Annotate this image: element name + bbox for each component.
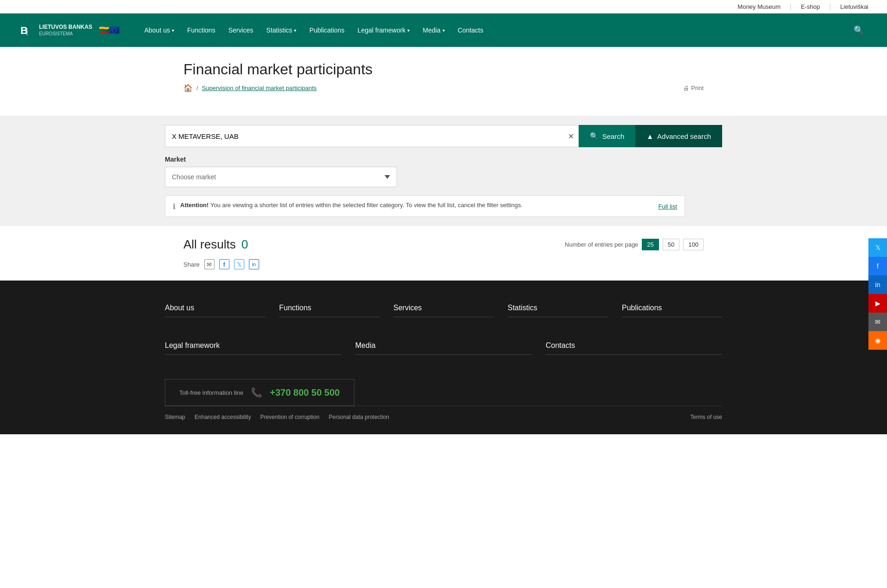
per-page-25[interactable]: 25 <box>642 239 659 250</box>
search-row: ✕ 🔍 Search ▲ Advanced search <box>165 125 722 147</box>
divider1: | <box>790 3 792 10</box>
page-title: Financial market participants <box>183 61 704 78</box>
search-button[interactable]: 🔍 Search <box>579 125 636 147</box>
logo-icon: B | <box>19 22 35 39</box>
results-title: All results 0 <box>183 237 248 252</box>
info-icon: ℹ <box>173 202 176 211</box>
footer-row2: Legal framework Media Contacts <box>165 341 722 360</box>
full-list-link[interactable]: Full list <box>659 203 677 210</box>
share-linkedin-icon[interactable]: in <box>249 259 259 269</box>
terms-link[interactable]: Terms of use <box>690 414 722 420</box>
nav-search-button[interactable]: 🔍 <box>849 13 868 47</box>
search-input-wrap: ✕ <box>165 125 579 147</box>
nav-links: About us ▾ Functions Services Statistics… <box>138 13 849 47</box>
nav-functions[interactable]: Functions <box>181 13 222 47</box>
top-bar: Money Museum | E-shop | Lietuviškai <box>0 0 887 13</box>
sidebar-facebook-button[interactable]: f <box>868 257 887 275</box>
money-museum-link[interactable]: Money Museum <box>737 3 780 10</box>
advanced-search-button[interactable]: ▲ Advanced search <box>635 125 722 147</box>
media-arrow: ▾ <box>443 28 445 33</box>
search-section: ✕ 🔍 Search ▲ Advanced search Market Choo… <box>0 116 887 226</box>
nav-contacts[interactable]: Contacts <box>451 13 490 47</box>
flag-icons: 🇱🇹🇪🇺 <box>99 25 119 35</box>
attention-text: Attention! You are viewing a shorter lis… <box>180 202 522 209</box>
results-section: All results 0 Number of entries per page… <box>165 226 722 281</box>
nav-services[interactable]: Services <box>222 13 260 47</box>
home-icon[interactable]: 🏠 <box>183 84 193 92</box>
search-section-inner: ✕ 🔍 Search ▲ Advanced search Market Choo… <box>165 125 722 217</box>
sidebar-social: 𝕏 f in ▶ ✉ ◉ <box>868 238 887 350</box>
divider2: | <box>829 3 831 10</box>
footer: About us Functions Services Statistics P… <box>0 281 887 434</box>
footer-grid: About us Functions Services Statistics P… <box>165 304 722 323</box>
print-link[interactable]: 🖨 Print <box>683 85 704 91</box>
share-twitter-icon[interactable]: 𝕏 <box>234 259 244 269</box>
nav-media[interactable]: Media ▾ <box>416 13 451 47</box>
nav-bar: B | LIETUVOS BANKAS EUROSISTEMA 🇱🇹🇪🇺 Abo… <box>0 13 887 47</box>
breadcrumb-separator: / <box>196 85 198 91</box>
search-icon: 🔍 <box>590 132 599 140</box>
phone-card: Toll-free information line 📞 +370 800 50… <box>165 379 354 406</box>
sidebar-email-button[interactable]: ✉ <box>868 313 887 331</box>
data-protection-link[interactable]: Personal data protection <box>329 414 389 420</box>
nav-logo[interactable]: B | LIETUVOS BANKAS EUROSISTEMA 🇱🇹🇪🇺 <box>19 22 119 39</box>
results-header: All results 0 Number of entries per page… <box>183 237 704 252</box>
share-facebook-icon[interactable]: f <box>219 259 229 269</box>
nav-legal-framework[interactable]: Legal framework ▾ <box>351 13 417 47</box>
sidebar-linkedin-button[interactable]: in <box>868 275 887 294</box>
market-label: Market <box>165 156 722 163</box>
sidebar-rss-button[interactable]: ◉ <box>868 331 887 350</box>
footer-bottom-links: Sitemap Enhanced accessibility Preventio… <box>165 414 389 420</box>
statistics-arrow: ▾ <box>294 28 296 33</box>
svg-text:|: | <box>26 27 28 35</box>
about-us-arrow: ▾ <box>172 28 174 33</box>
entries-per-page: Number of entries per page 25 50 100 <box>565 239 704 250</box>
print-icon: 🖨 <box>683 85 689 91</box>
breadcrumb-link[interactable]: Supervision of financial market particip… <box>202 85 317 91</box>
footer-col-legal: Legal framework <box>165 341 341 360</box>
per-page-50[interactable]: 50 <box>663 239 679 250</box>
attention-left: ℹ Attention! You are viewing a shorter l… <box>173 202 522 211</box>
search-input[interactable] <box>165 125 579 147</box>
share-email-icon[interactable]: ✉ <box>204 259 215 269</box>
phone-icon: 📞 <box>251 387 262 398</box>
results-count: 0 <box>241 237 248 252</box>
legal-arrow: ▾ <box>407 28 410 33</box>
logo-text: LIETUVOS BANKAS EUROSISTEMA <box>39 24 92 37</box>
phone-section: Toll-free information line 📞 +370 800 50… <box>165 379 722 406</box>
nav-about-us[interactable]: About us ▾ <box>138 13 181 47</box>
sidebar-youtube-button[interactable]: ▶ <box>868 294 887 313</box>
sidebar-twitter-button[interactable]: 𝕏 <box>868 238 887 257</box>
footer-col-services: Services <box>393 304 494 323</box>
nav-statistics[interactable]: Statistics ▾ <box>260 13 303 47</box>
adv-search-icon: ▲ <box>646 132 653 140</box>
market-select[interactable]: Choose market <box>165 167 397 187</box>
page-content: Financial market participants 🏠 / Superv… <box>165 47 722 116</box>
footer-col-about: About us <box>165 304 265 323</box>
attention-box: ℹ Attention! You are viewing a shorter l… <box>165 196 685 217</box>
footer-col-functions: Functions <box>279 304 379 323</box>
accessibility-link[interactable]: Enhanced accessibility <box>195 414 251 420</box>
phone-label: Toll-free information line <box>179 389 243 396</box>
footer-col-contacts: Contacts <box>546 341 722 360</box>
language-link[interactable]: Lietuviškai <box>840 3 868 10</box>
nav-publications[interactable]: Publications <box>303 13 351 47</box>
clear-button[interactable]: ✕ <box>568 132 574 141</box>
footer-bottom: Sitemap Enhanced accessibility Preventio… <box>165 406 722 420</box>
footer-col-statistics: Statistics <box>508 304 608 323</box>
breadcrumb-row: 🏠 / Supervision of financial market part… <box>183 84 704 92</box>
breadcrumb: 🏠 / Supervision of financial market part… <box>183 84 317 92</box>
per-page-100[interactable]: 100 <box>683 239 704 250</box>
footer-col-media: Media <box>355 341 532 360</box>
share-row: Share ✉ f 𝕏 in <box>183 259 704 269</box>
eshop-link[interactable]: E-shop <box>801 3 820 10</box>
corruption-link[interactable]: Prevention of corruption <box>260 414 319 420</box>
sitemap-link[interactable]: Sitemap <box>165 414 185 420</box>
market-select-wrap: Choose market <box>165 167 397 187</box>
phone-number: +370 800 50 500 <box>270 387 340 398</box>
footer-col-publications: Publications <box>622 304 722 323</box>
